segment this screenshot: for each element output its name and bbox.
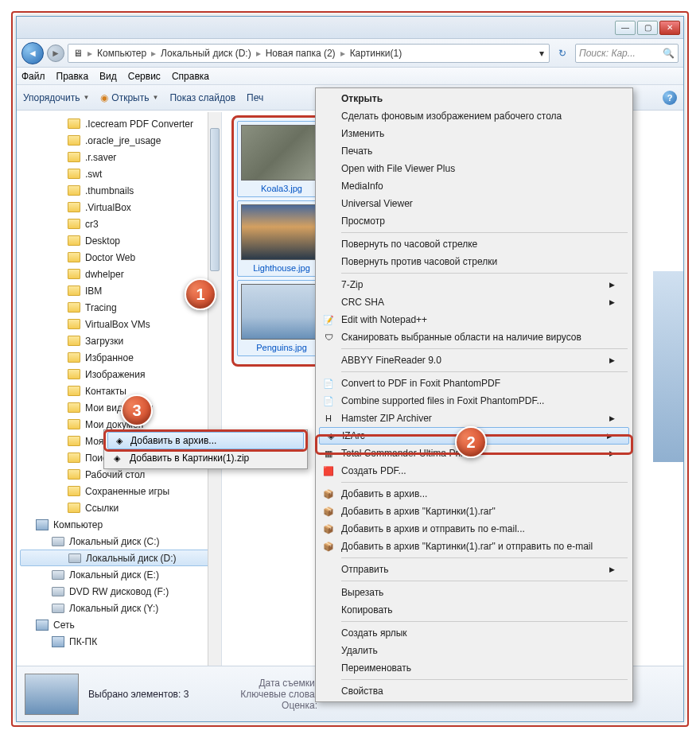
menu-item-icon: 📄 [322, 377, 335, 390]
tree-item[interactable]: Контакты [17, 383, 221, 399]
context-menu-item[interactable]: Открыть [317, 90, 631, 107]
tree-item[interactable]: Локальный диск (Y:) [17, 600, 221, 616]
organize-button[interactable]: Упорядочить▼ [23, 92, 89, 103]
context-menu-item[interactable]: Просмотр [317, 212, 631, 230]
breadcrumb[interactable]: 🖥 ▸ Компьютер ▸ Локальный диск (D:) ▸ Но… [68, 44, 550, 63]
tree-item[interactable]: Загрузки [17, 332, 221, 349]
tree-item[interactable]: .swt [17, 165, 221, 182]
tree-item[interactable]: DVD RW дисковод (F:) [17, 583, 221, 600]
context-menu-item[interactable]: 📝Edit with Notepad++ [317, 311, 631, 328]
context-menu-item[interactable]: 📦Добавить в архив и отправить по e-mail.… [317, 520, 631, 538]
chevron-down-icon[interactable]: ▾ [538, 48, 546, 59]
tree-item[interactable]: .r.saver [17, 149, 221, 165]
help-icon[interactable]: ? [663, 91, 677, 105]
context-menu-item[interactable]: Печать [317, 142, 631, 160]
folder-icon [68, 202, 80, 212]
context-menu-item[interactable]: 📄Combine supported files in Foxit Phanto… [317, 392, 631, 410]
print-button[interactable]: Печ [247, 92, 263, 103]
crumb-drive-d[interactable]: Локальный диск (D:) [159, 48, 253, 59]
menu-help[interactable]: Справка [172, 71, 209, 82]
tree-item[interactable]: Компьютер [17, 516, 221, 533]
tree-label: Изображения [85, 369, 145, 380]
context-menu-item[interactable]: 📦Добавить в архив "Картинки(1).rar" и от… [317, 538, 631, 555]
izarc-submenu[interactable]: ◈Добавить в архив...◈Добавить в Картинки… [103, 429, 308, 469]
nav-back-button[interactable]: ◄ [21, 42, 44, 64]
menu-item-icon: 📦 [322, 487, 335, 500]
context-menu-item[interactable]: Переименовать [317, 659, 631, 677]
nav-forward-button[interactable]: ► [47, 45, 64, 62]
tree-item[interactable]: cr3 [17, 216, 221, 232]
file-thumb[interactable]: Lighthouse.jpg [237, 200, 326, 277]
tree-item[interactable]: Изображения [17, 366, 221, 383]
tree-item[interactable]: Desktop [17, 232, 221, 249]
context-menu-item[interactable]: CRC SHA▶ [317, 293, 631, 311]
tree-item[interactable]: Doctor Web [17, 249, 221, 266]
tree-item[interactable]: Сохраненные игры [17, 483, 221, 499]
tree-item[interactable]: Локальный диск (D:) [20, 550, 218, 566]
context-menu-item[interactable]: 🟥Создать PDF... [317, 462, 631, 480]
search-icon[interactable]: 🔍 [663, 48, 675, 59]
tree-item[interactable]: .oracle_jre_usage [17, 132, 221, 149]
tree-item[interactable]: ПК-ПК [17, 633, 221, 650]
context-menu-item[interactable]: ABBYY FineReader 9.0▶ [317, 352, 631, 369]
context-menu-item[interactable]: 📄Convert to PDF in Foxit PhantomPDF [317, 375, 631, 392]
menu-tools[interactable]: Сервис [128, 71, 161, 82]
context-menu-item[interactable]: Создать ярлык [317, 624, 631, 642]
file-thumb[interactable]: Penguins.jpg [237, 280, 326, 356]
crumb-computer[interactable]: Компьютер [95, 48, 148, 59]
tree-label: ПК-ПК [69, 636, 97, 647]
tree-item[interactable]: .Icecream PDF Converter [17, 115, 221, 132]
context-menu-item[interactable]: Повернуть по часовой стрелке [317, 235, 631, 253]
menu-edit[interactable]: Правка [56, 71, 89, 82]
context-menu-item[interactable]: Universal Viewer [317, 195, 631, 212]
tree-item[interactable]: Избранное [17, 349, 221, 366]
tree-item[interactable]: .VirtualBox [17, 199, 221, 216]
scroll-thumb[interactable] [210, 128, 220, 271]
tree-item[interactable]: Локальный диск (C:) [17, 533, 221, 550]
submenu-item[interactable]: ◈Добавить в Картинки(1).zip [106, 449, 305, 467]
context-menu-item[interactable]: Повернуть против часовой стрелки [317, 253, 631, 270]
context-menu-item[interactable]: 📦Добавить в архив... [317, 485, 631, 503]
crumb-current[interactable]: Картинки(1) [348, 48, 404, 59]
maximize-button[interactable]: ▢ [637, 21, 658, 35]
context-menu-item[interactable]: MediaInfo [317, 177, 631, 195]
menu-item-label: Добавить в архив и отправить по e-mail..… [341, 523, 525, 534]
file-thumb[interactable]: Koala3.jpg [237, 121, 326, 197]
context-menu-item[interactable]: Вырезать [317, 584, 631, 601]
tree-label: Компьютер [53, 519, 103, 530]
tree-item[interactable]: Сеть [17, 616, 221, 633]
tree-item[interactable]: Мои видеозапи [17, 399, 221, 416]
minimize-button[interactable]: — [615, 21, 636, 35]
context-menu-item[interactable]: Изменить [317, 125, 631, 142]
navigation-tree[interactable]: .Icecream PDF Converter.oracle_jre_usage… [17, 112, 222, 666]
context-menu-item[interactable]: Сделать фоновым изображением рабочего ст… [317, 107, 631, 125]
context-menu-item[interactable]: HHamster ZIP Archiver▶ [317, 410, 631, 427]
context-menu-item[interactable]: Удалить [317, 642, 631, 659]
refresh-button[interactable]: ↻ [553, 44, 572, 63]
separator [341, 273, 628, 274]
context-menu-item[interactable]: Свойства [317, 682, 631, 700]
context-menu-item[interactable]: Open with File Viewer Plus [317, 160, 631, 177]
context-menu-item[interactable]: Копировать [317, 601, 631, 619]
close-button[interactable]: ✕ [659, 21, 680, 35]
open-icon: ◉ [100, 92, 108, 103]
tree-item[interactable]: .thumbnails [17, 182, 221, 199]
tree-item[interactable]: Локальный диск (E:) [17, 566, 221, 583]
menu-file[interactable]: Файл [21, 71, 45, 82]
search-box[interactable]: Поиск: Кар... 🔍 [575, 44, 679, 63]
tree-item[interactable]: dwhelper [17, 266, 221, 282]
context-menu[interactable]: ОткрытьСделать фоновым изображением рабо… [315, 87, 633, 702]
menu-view[interactable]: Вид [99, 71, 117, 82]
slideshow-button[interactable]: Показ слайдов [169, 92, 235, 103]
scrollbar[interactable] [208, 112, 221, 666]
submenu-item[interactable]: ◈Добавить в архив... [107, 432, 304, 449]
open-button[interactable]: ◉ Открыть▼ [100, 92, 158, 103]
menu-item-icon: 📦 [322, 540, 335, 553]
context-menu-item[interactable]: Отправить▶ [317, 561, 631, 578]
context-menu-item[interactable]: 7-Zip▶ [317, 276, 631, 293]
context-menu-item[interactable]: 🛡Сканировать выбранные области на наличи… [317, 328, 631, 346]
tree-item[interactable]: VirtualBox VMs [17, 316, 221, 332]
tree-item[interactable]: Ссылки [17, 499, 221, 516]
context-menu-item[interactable]: 📦Добавить в архив "Картинки(1).rar" [317, 503, 631, 520]
crumb-folder[interactable]: Новая папка (2) [264, 48, 337, 59]
